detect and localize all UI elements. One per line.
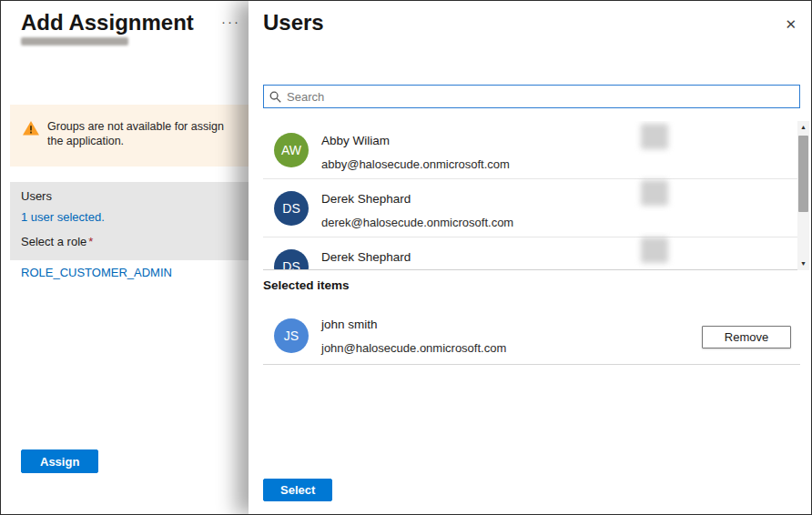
warning-line-1: Groups are not available for assign	[47, 120, 224, 133]
selected-user-name: john smith	[321, 318, 378, 331]
users-field-label: Users	[21, 189, 52, 203]
scrollbar[interactable]: ▲ ▼	[797, 121, 809, 270]
scrollbar-thumb[interactable]	[798, 136, 808, 212]
user-email: derek@halosecude.onmicrosoft.com	[321, 216, 513, 229]
selected-user-email: john@halosecude.onmicrosoft.com	[321, 341, 506, 355]
scroll-down-icon[interactable]: ▼	[800, 258, 807, 270]
warning-icon	[23, 121, 39, 167]
search-input[interactable]	[287, 90, 794, 104]
users-selected-link[interactable]: 1 user selected.	[21, 210, 105, 224]
users-flyout-panel: Users ✕ AW Abby Wiliam abby@halosecude.o…	[249, 1, 812, 514]
flyout-title: Users	[263, 10, 324, 35]
avatar: JS	[274, 318, 309, 353]
user-email: abby@halosecude.onmicrosoft.com	[321, 157, 510, 171]
page-title: Add Assignment	[21, 10, 194, 35]
warning-banner: Groups are not available for assign the …	[10, 105, 249, 167]
select-button[interactable]: Select	[263, 479, 332, 501]
role-field-label: Select a role*	[21, 235, 93, 248]
role-label-text: Select a role	[21, 235, 86, 248]
assign-button[interactable]: Assign	[21, 449, 98, 473]
user-list: AW Abby Wiliam abby@halosecude.onmicroso…	[263, 121, 800, 270]
user-list-item[interactable]: AW Abby Wiliam abby@halosecude.onmicroso…	[263, 121, 800, 179]
screen: Add Assignment ··· Groups are not availa…	[0, 0, 812, 515]
user-name: Derek Shephard	[321, 192, 411, 206]
user-name: Derek Shephard	[321, 250, 411, 264]
more-options-icon[interactable]: ···	[221, 14, 240, 29]
users-field-group: Users 1 user selected. Select a role*	[10, 182, 249, 260]
user-list-item[interactable]: DS Derek Shephard derek@halosecude.onmic…	[263, 179, 800, 237]
search-box	[263, 85, 800, 108]
close-icon[interactable]: ✕	[785, 16, 797, 33]
selected-item-row: JS john smith john@halosecude.onmicrosof…	[263, 308, 800, 365]
add-assignment-panel: Add Assignment ··· Groups are not availa…	[1, 1, 249, 514]
avatar: AW	[274, 133, 309, 167]
user-name: Abby Wiliam	[321, 134, 390, 147]
warning-line-2: the application.	[47, 135, 124, 147]
remove-button[interactable]: Remove	[702, 326, 791, 348]
avatar: DS	[274, 191, 309, 226]
required-asterisk: *	[88, 235, 93, 248]
selected-items-label: Selected items	[263, 278, 350, 292]
avatar: DS	[274, 249, 309, 270]
user-list-item[interactable]: DS Derek Shephard	[263, 237, 800, 270]
redacted-chip	[641, 124, 668, 149]
redacted-chip	[641, 180, 668, 206]
scroll-up-icon[interactable]: ▲	[800, 121, 807, 134]
warning-text: Groups are not available for assign the …	[47, 119, 224, 167]
search-icon	[269, 91, 281, 103]
redacted-subtitle	[21, 37, 128, 45]
redacted-chip	[641, 237, 668, 263]
role-value-link[interactable]: ROLE_CUSTOMER_ADMIN	[21, 266, 172, 279]
